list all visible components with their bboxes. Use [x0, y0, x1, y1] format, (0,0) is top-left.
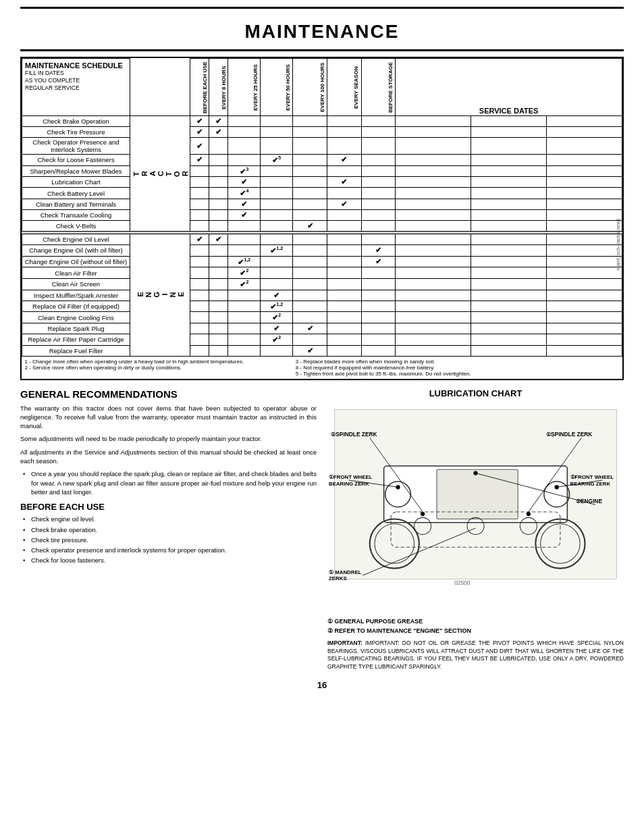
- tractor-row-fasteners: Check for Loose Fasteners ✔✔5✔: [22, 155, 622, 166]
- engine-row-air-filter: Clean Air Filter ✔2: [22, 267, 622, 279]
- right-column: LUBRICATION CHART: [327, 388, 624, 671]
- page-number: 16: [20, 680, 624, 697]
- engine-row-cooling-fins: Clean Engine Cooling Fins ✔2: [22, 312, 622, 323]
- svg-text:ZERKS: ZERKS: [329, 575, 347, 581]
- before-use-item2: Check tire pressure.: [23, 536, 317, 544]
- engine-row-oil-level: Check Engine Oil Level ENGINE ✔✔: [22, 234, 622, 244]
- general-rec-para1: The warranty on this tractor does not co…: [20, 404, 317, 431]
- tractor-row-blades: Sharpen/Replace Mower Blades ✔3: [22, 165, 622, 177]
- side-note: maint_sch-tractor.new1: [615, 218, 621, 271]
- engine-row-oil-filter: Replace Oil Filter (If equipped) ✔1,2: [22, 301, 622, 312]
- svg-text:①SPINDLE ZERK: ①SPINDLE ZERK: [546, 431, 592, 438]
- engine-row-oil-with-filter: Change Engine Oil (with oil filter) ✔1,2…: [22, 244, 622, 256]
- tractor-row-operator: Check Operator Presence and Interlock Sy…: [22, 138, 622, 155]
- general-rec-para3: All adjustments in the Service and Adjus…: [20, 448, 317, 466]
- tractor-row-battery-level: Check Battery Level ✔4: [22, 188, 622, 199]
- svg-text:BEARING  ZERK: BEARING ZERK: [570, 481, 611, 487]
- col-header-storage: BEFORE STORAGE: [361, 59, 396, 116]
- before-use-item4: Check for loose fasteners.: [23, 556, 317, 565]
- lub-legend-2: ② REFER TO MAINTENANCE "ENGINE" SECTION: [327, 627, 624, 636]
- lub-legend: ① GENERAL PURPOSE GREASE ② REFER TO MAIN…: [327, 617, 624, 635]
- col-header-50hrs: EVERY 50 HOURS: [261, 59, 293, 116]
- maintenance-schedule-table: MAINTENANCE SCHEDULE FILL IN DATES AS YO…: [22, 58, 622, 379]
- lub-legend-1: ① GENERAL PURPOSE GREASE: [327, 617, 624, 627]
- engine-row-air-filter-paper: Replace Air Filter Paper Cartridge ✔2: [22, 334, 622, 345]
- svg-text:①FRONT WHEEL: ①FRONT WHEEL: [570, 473, 614, 479]
- before-use-item3: Check operator presence and interlock sy…: [23, 546, 317, 554]
- svg-text:02500: 02500: [454, 579, 471, 585]
- schedule-title: MAINTENANCE SCHEDULE: [25, 61, 127, 70]
- tractor-row-tire: Check Tire Pressure ✔✔: [22, 127, 622, 138]
- tractor-row-vbelts: Check V-Belts ✔: [22, 220, 622, 231]
- svg-text:BEARING  ZERK: BEARING ZERK: [329, 481, 369, 487]
- notes-row: 1 - Change more often when operating und…: [22, 356, 622, 379]
- general-rec-bullets: Once a year you should replace the spark…: [23, 469, 317, 496]
- schedule-subtitle: FILL IN DATES AS YOU COMPLETE REGULAR SE…: [25, 70, 127, 92]
- col-header-before-each-use: BEFORE EACH USE: [190, 59, 209, 116]
- svg-text:①FRONT WHEEL: ①FRONT WHEEL: [329, 473, 373, 479]
- engine-row-fuel-filter: Replace Fuel Filter ✔: [22, 345, 622, 356]
- general-rec-heading: GENERAL RECOMMENDATIONS: [20, 388, 317, 400]
- page-title-bar: MAINTENANCE: [0, 7, 644, 51]
- engine-section-label: ENGINE: [130, 234, 190, 356]
- svg-text:②ENGINE: ②ENGINE: [576, 498, 602, 504]
- tractor-section-label: TRACTOR: [130, 116, 190, 232]
- general-rec-bullet1: Once a year you should replace the spark…: [23, 469, 317, 496]
- main-title: MAINTENANCE: [20, 7, 624, 51]
- tractor-row-battery-clean: Clean Battery and Terminals ✔✔: [22, 199, 622, 209]
- left-column: GENERAL RECOMMENDATIONS The warranty on …: [20, 388, 317, 671]
- service-dates-header: SERVICE DATES: [396, 59, 622, 116]
- engine-row-muffler: Inspect Muffler/Spark Arrester ✔: [22, 290, 622, 301]
- engine-row-spark-plug: Replace Spark Plug ✔✔: [22, 323, 622, 334]
- col-header-25hrs: EVERY 25 HOURS: [228, 59, 261, 116]
- col-header-8hrs: EVERY 8 HOURS: [209, 59, 228, 116]
- col-header-100hrs: EVERY 100 HOURS: [293, 59, 327, 116]
- lub-diagram: ①SPINDLE ZERK ①SPINDLE ZERK ①FRONT WHEEL…: [327, 402, 624, 616]
- tractor-row-lubrication: Lubrication Chart ✔✔: [22, 177, 622, 188]
- lub-chart-title: LUBRICATION CHART: [327, 388, 624, 398]
- svg-point-13: [421, 512, 425, 516]
- before-use-item0: Check engine oil level.: [23, 515, 317, 523]
- lub-important: IMPORTANT: IMPORTANT: DO NOT OIL OR GREA…: [327, 640, 624, 671]
- col-header-season: EVERY SEASON: [327, 59, 361, 116]
- general-rec-para2: Some adjustments will need to be made pe…: [20, 434, 317, 443]
- svg-text:① MANDREL: ① MANDREL: [329, 569, 362, 575]
- engine-row-oil-without-filter: Change Engine Oil (without oil filter) ✔…: [22, 256, 622, 267]
- svg-point-14: [527, 512, 531, 516]
- before-each-use-list: Check engine oil level. Check brake oper…: [23, 515, 317, 565]
- before-use-item1: Check brake operation.: [23, 525, 317, 534]
- svg-point-17: [473, 471, 477, 475]
- tractor-row-brake: Check Brake Operation TRACTOR ✔✔: [22, 116, 622, 127]
- svg-text:①SPINDLE ZERK: ①SPINDLE ZERK: [331, 431, 377, 438]
- tractor-row-transaxle: Check Transaxle Cooling ✔: [22, 209, 622, 220]
- engine-row-air-screen: Clean Air Screen ✔2: [22, 278, 622, 290]
- before-each-use-heading: BEFORE EACH USE: [20, 502, 317, 512]
